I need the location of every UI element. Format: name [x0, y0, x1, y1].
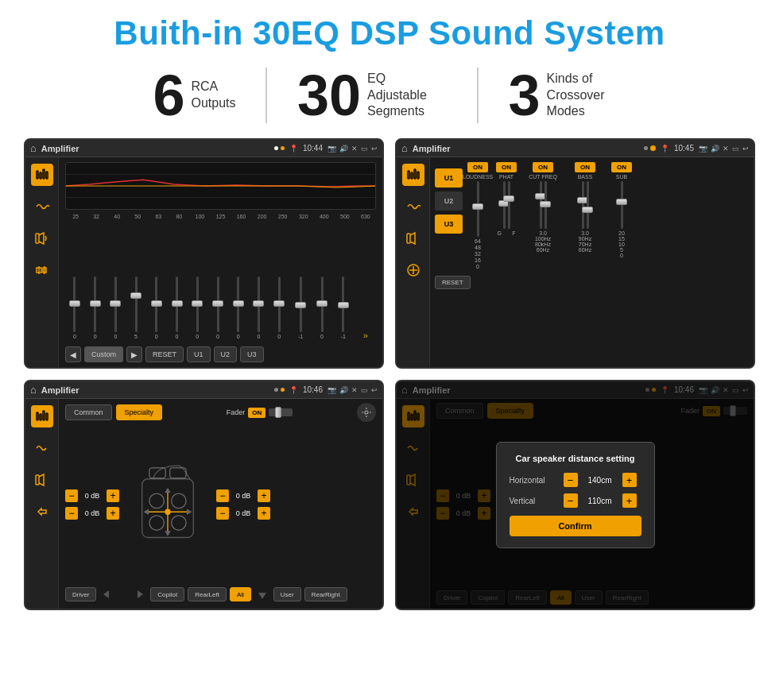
phat-slider-2[interactable] — [508, 181, 510, 229]
sidebar-wave-icon-2[interactable] — [402, 195, 424, 218]
btn-user[interactable]: User — [273, 587, 301, 601]
btn-rearleft[interactable]: RearLeft — [188, 587, 227, 601]
bass-thumb-2 — [582, 207, 593, 213]
phat-toggle[interactable]: ON — [496, 162, 517, 172]
tab-common[interactable]: Common — [65, 404, 112, 420]
sidebar-vol-icon-2[interactable] — [402, 259, 424, 281]
location-icon: 📍 — [289, 145, 298, 153]
svg-rect-25 — [149, 468, 165, 478]
eq-reset-btn[interactable]: RESET — [145, 346, 184, 362]
svg-point-23 — [365, 411, 368, 414]
preset-u2[interactable]: U2 — [435, 191, 463, 211]
fader-screen-content: Common Specialty Fader ON — [25, 399, 382, 609]
vertical-label: Vertical — [510, 497, 557, 505]
vol1-minus[interactable]: − — [65, 489, 78, 502]
vol2-plus[interactable]: + — [107, 507, 119, 520]
btn-rearright[interactable]: RearRight — [304, 587, 347, 601]
eq-u2-btn[interactable]: U2 — [214, 346, 238, 362]
sidebar-icon-3c[interactable] — [31, 469, 53, 491]
eq-slider-14[interactable]: -1 — [341, 277, 346, 340]
bass-slider-1[interactable] — [582, 181, 584, 229]
sub-toggle[interactable]: ON — [611, 162, 632, 172]
eq-slider-2[interactable]: 0 — [94, 277, 97, 340]
sidebar-speaker-icon[interactable] — [31, 227, 53, 249]
eq-slider-7[interactable]: 0 — [196, 277, 199, 340]
eq-sliders: 0 0 0 — [65, 222, 376, 340]
vol4-plus[interactable]: + — [258, 507, 270, 520]
loudness-slider[interactable] — [477, 181, 479, 237]
preset-u3[interactable]: U3 — [435, 215, 463, 234]
eq-u3-btn[interactable]: U3 — [240, 346, 264, 362]
eq-slider-1[interactable]: 0 — [73, 277, 76, 340]
sidebar-wave-icon[interactable] — [31, 195, 53, 218]
vol-row-4: − 0 dB + — [216, 507, 270, 520]
slider-track — [217, 277, 219, 332]
stats-row: 6 RCAOutputs 30 EQ AdjustableSegments 3 … — [24, 67, 755, 124]
bass-toggle[interactable]: ON — [575, 162, 595, 172]
eq-slider-12[interactable]: -1 — [298, 277, 303, 340]
eq-chevrons[interactable]: » — [363, 331, 368, 340]
bass-slider-2[interactable] — [587, 181, 589, 229]
eq-slider-10[interactable]: 0 — [258, 277, 261, 340]
eq-next-btn[interactable]: ▶ — [126, 346, 142, 362]
settings-icon[interactable] — [357, 403, 376, 422]
cam-icon-2: 📷 — [699, 145, 707, 153]
slider-track — [237, 277, 239, 332]
freq-25: 25 — [67, 214, 84, 219]
eq-screen-content: 25 32 40 50 63 80 100 125 160 200 250 32… — [25, 157, 382, 367]
sub-slider-1[interactable] — [621, 181, 623, 229]
eq-slider-5[interactable]: 0 — [155, 277, 158, 340]
vol4-minus[interactable]: − — [216, 507, 229, 520]
eq-slider-13[interactable]: 0 — [320, 277, 324, 340]
fader-status-bar: ⌂ Amplifier 📍 10:46 📷 🔊 ✕ ▭ ↩ — [25, 381, 382, 399]
fader-body: − 0 dB + − 0 dB + — [65, 426, 376, 583]
horizontal-minus[interactable]: − — [564, 473, 578, 487]
cutfreq-slider-2[interactable] — [545, 181, 547, 229]
svg-rect-18 — [37, 412, 38, 420]
btn-all[interactable]: All — [230, 587, 251, 601]
vol2-minus[interactable]: − — [65, 507, 78, 520]
eq-slider-9[interactable]: 0 — [237, 277, 240, 340]
eq-slider-4[interactable]: 5 — [134, 277, 138, 340]
eq-slider-11[interactable]: 0 — [277, 277, 281, 340]
btn-driver[interactable]: Driver — [65, 587, 96, 601]
eq-status-bar: ⌂ Amplifier 📍 10:44 📷 🔊 ✕ ▭ ↩ — [25, 140, 382, 157]
window-icon: ▭ — [361, 145, 368, 153]
confirm-button[interactable]: Confirm — [510, 516, 641, 536]
vol3-minus[interactable]: − — [216, 489, 229, 502]
eq-u1-btn[interactable]: U1 — [187, 346, 211, 362]
vertical-minus[interactable]: − — [564, 493, 578, 508]
x-3: ✕ — [351, 386, 358, 394]
eq-slider-3[interactable]: 0 — [114, 277, 117, 340]
tab-specialty[interactable]: Specialty — [116, 404, 163, 420]
phat-slider-1[interactable] — [503, 181, 506, 229]
sidebar-icon-3d[interactable] — [31, 501, 53, 523]
preset-u1[interactable]: U1 — [435, 168, 463, 188]
horizontal-plus[interactable]: + — [622, 473, 637, 487]
eq-custom-btn[interactable]: Custom — [84, 346, 123, 362]
eq-slider-8[interactable]: 0 — [216, 277, 219, 340]
fader-on-btn[interactable]: ON — [248, 408, 265, 418]
sidebar-icon-3b[interactable] — [31, 437, 53, 459]
svg-rect-10 — [408, 171, 409, 179]
sidebar-eq-icon[interactable] — [31, 164, 53, 186]
cutfreq-toggle[interactable]: ON — [533, 162, 553, 172]
crossover-reset-btn[interactable]: RESET — [435, 276, 471, 289]
sidebar-speaker-icon-2[interactable] — [402, 227, 424, 249]
slider-track — [155, 277, 157, 332]
screen-eq: ⌂ Amplifier 📍 10:44 📷 🔊 ✕ ▭ ↩ — [24, 138, 384, 369]
svg-point-30 — [172, 516, 186, 530]
slider-track — [73, 277, 76, 332]
loudness-toggle[interactable]: ON — [467, 162, 488, 172]
vol1-plus[interactable]: + — [107, 489, 119, 502]
sidebar-eq-icon-2[interactable] — [402, 164, 424, 186]
eq-slider-6[interactable]: 0 — [176, 277, 179, 340]
vol3-plus[interactable]: + — [258, 489, 270, 502]
eq-prev-btn[interactable]: ◀ — [65, 346, 81, 362]
vertical-plus[interactable]: + — [622, 493, 637, 508]
horizontal-value: 140cm — [584, 476, 616, 485]
fader-mini-slider[interactable] — [269, 408, 293, 416]
sidebar-vol-icon[interactable] — [31, 259, 53, 281]
btn-copilot[interactable]: Copilot — [150, 587, 184, 601]
sidebar-icon-3a[interactable] — [31, 405, 53, 427]
